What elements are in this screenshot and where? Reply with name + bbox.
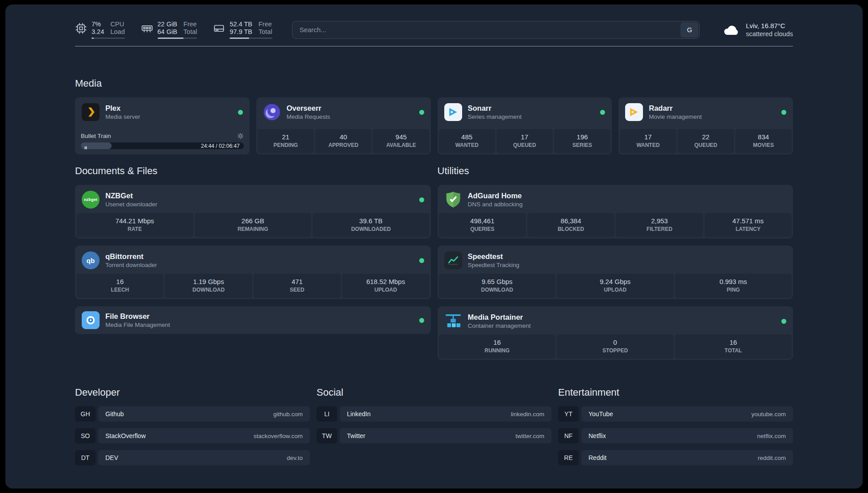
bookmark-name: Github <box>105 410 124 418</box>
sonarr-icon <box>444 103 462 121</box>
service-card-plex[interactable]: Plex Media server Bullet Train <box>75 97 250 155</box>
stat-rate: 744.21 Mbps RATE <box>76 213 193 237</box>
bookmark-abbr: YT <box>558 406 579 422</box>
stat-total: 16 TOTAL <box>675 334 792 359</box>
gear-icon[interactable] <box>237 133 244 139</box>
bookmark-group-entertainment: Entertainment YT YouTube youtube.com NF … <box>558 387 793 465</box>
disk-total-value: 97.9 TB <box>230 28 252 36</box>
qbittorrent-icon-text: qb <box>87 257 95 264</box>
qbittorrent-icon: qb <box>82 251 100 269</box>
cpu-progress-bar <box>92 38 125 39</box>
weather-location: Lviv, 16.87°C <box>746 21 793 30</box>
stat-pending: 21 PENDING <box>258 129 314 153</box>
service-card-portainer[interactable]: Media Portainer Container management 16 … <box>438 306 793 360</box>
bookmark-name: Netflix <box>588 432 606 439</box>
section-title-developer: Developer <box>75 387 310 398</box>
service-card-speedtest[interactable]: Speedtest Speedtest Tracking 9.65 Gbps D… <box>438 246 793 299</box>
stat-label: SERIES <box>555 142 609 149</box>
stat-stopped: 0 STOPPED <box>557 334 674 359</box>
service-title: NZBGet <box>105 192 157 200</box>
bookmark-github[interactable]: GH Github github.com <box>75 406 310 422</box>
weather-condition: scattered clouds <box>746 30 793 38</box>
service-subtitle: Media server <box>105 113 140 121</box>
cpu-usage-value: 7% <box>92 21 104 28</box>
portainer-icon <box>444 312 462 330</box>
service-card-nzbget[interactable]: nzbget NZBGet Usenet downloader 744.21 M… <box>75 185 431 238</box>
disk-progress-fill <box>230 38 249 39</box>
bookmark-netflix[interactable]: NF Netflix netflix.com <box>558 428 793 443</box>
stat-value: 1.19 Gbps <box>166 278 251 286</box>
cpu-progress-fill <box>92 38 94 39</box>
pause-icon[interactable] <box>83 144 88 148</box>
bookmark-dev[interactable]: DT DEV dev.to <box>75 450 310 465</box>
stat-label: STOPPED <box>558 347 673 354</box>
bookmark-group-developer: Developer GH Github github.com SO StackO… <box>75 387 310 465</box>
service-card-radarr[interactable]: Radarr Movie management 17 WANTED 22 QUE… <box>618 97 793 155</box>
cloud-icon <box>723 23 740 37</box>
stat-value: 0 <box>558 338 673 347</box>
stat-value: 86,384 <box>528 217 613 225</box>
service-card-qbittorrent[interactable]: qb qBittorrent Torrent downloader 16 <box>75 246 431 299</box>
service-subtitle: Torrent downloader <box>105 262 157 269</box>
stat-label: DOWNLOAD <box>440 287 555 293</box>
service-card-sonarr[interactable]: Sonarr Series management 485 WANTED 17 Q… <box>438 97 612 155</box>
bookmark-youtube[interactable]: YT YouTube youtube.com <box>558 406 793 422</box>
stat-value: 22 <box>679 133 733 141</box>
memory-progress-bar <box>158 38 197 39</box>
stat-movies: 834 MOVIES <box>735 129 792 153</box>
stat-value: 21 <box>259 133 313 141</box>
service-card-adguard[interactable]: AdGuard Home DNS and adblocking 498,461 … <box>438 185 793 238</box>
search-input[interactable] <box>292 21 700 39</box>
stat-upload: 9.24 Gbps UPLOAD <box>557 274 674 298</box>
bookmark-stackoverflow[interactable]: SO StackOverflow stackoverflow.com <box>75 428 310 443</box>
memory-progress-fill <box>158 38 184 39</box>
nzbget-icon-text: nzbget <box>84 197 97 202</box>
stat-value: 9.65 Gbps <box>440 278 555 286</box>
stat-value: 39.6 TB <box>313 217 429 225</box>
stat-series: 196 SERIES <box>554 129 610 153</box>
stat-value: 2,953 <box>617 217 702 225</box>
memory-icon <box>141 22 153 34</box>
memory-total-label: Total <box>184 28 197 36</box>
service-card-filebrowser[interactable]: File Browser Media File Management <box>75 306 431 334</box>
bookmark-abbr: GH <box>75 406 96 422</box>
status-dot <box>781 110 786 115</box>
status-dot <box>238 110 243 115</box>
stat-label: LATENCY <box>705 226 791 233</box>
stat-download: 9.65 Gbps DOWNLOAD <box>439 274 556 298</box>
stat-value: 471 <box>255 278 340 286</box>
bookmark-linkedin[interactable]: LI LinkedIn linkedin.com <box>317 406 551 422</box>
bookmark-reddit[interactable]: RE Reddit reddit.com <box>558 450 793 465</box>
stat-value: 618.52 Mbps <box>343 278 428 286</box>
cpu-usage-label: CPU <box>110 21 125 28</box>
section-title-social: Social <box>317 387 551 398</box>
stat-label: WANTED <box>440 142 494 149</box>
stat-label: FILTERED <box>617 226 702 233</box>
stat-running: 16 RUNNING <box>439 334 556 359</box>
stat-label: PENDING <box>259 142 313 149</box>
service-title: Speedtest <box>468 252 520 261</box>
bookmark-name: YouTube <box>588 410 613 418</box>
service-subtitle: Speedtest Tracking <box>468 262 520 269</box>
disk-progress-bar <box>230 38 272 39</box>
memory-free-label: Free <box>184 21 197 28</box>
section-title-entertainment: Entertainment <box>558 387 793 398</box>
bookmark-twitter[interactable]: TW Twitter twitter.com <box>317 428 551 443</box>
stat-label: QUERIES <box>440 226 525 233</box>
stat-label: RUNNING <box>440 347 555 354</box>
status-dot <box>419 110 424 115</box>
bookmark-domain: youtube.com <box>751 411 786 418</box>
topbar-divider <box>75 46 793 46</box>
status-dot <box>419 318 424 323</box>
stat-blocked: 86,384 BLOCKED <box>527 213 614 237</box>
stat-label: PING <box>676 287 791 293</box>
service-card-overseerr[interactable]: Overseerr Media Requests 21 PENDING 40 A… <box>256 97 431 155</box>
stat-queued: 17 QUEUED <box>497 129 553 153</box>
now-playing-title: Bullet Train <box>81 133 111 139</box>
memory-free-value: 22 GiB <box>158 21 177 28</box>
playback-time: 24:44 / 02:06:47 <box>201 143 240 149</box>
stat-label: QUEUED <box>679 142 733 149</box>
playback-progress-bar[interactable]: 24:44 / 02:06:47 <box>81 142 244 149</box>
service-subtitle: Media File Management <box>105 322 170 329</box>
search-provider-button[interactable]: G <box>680 22 698 38</box>
